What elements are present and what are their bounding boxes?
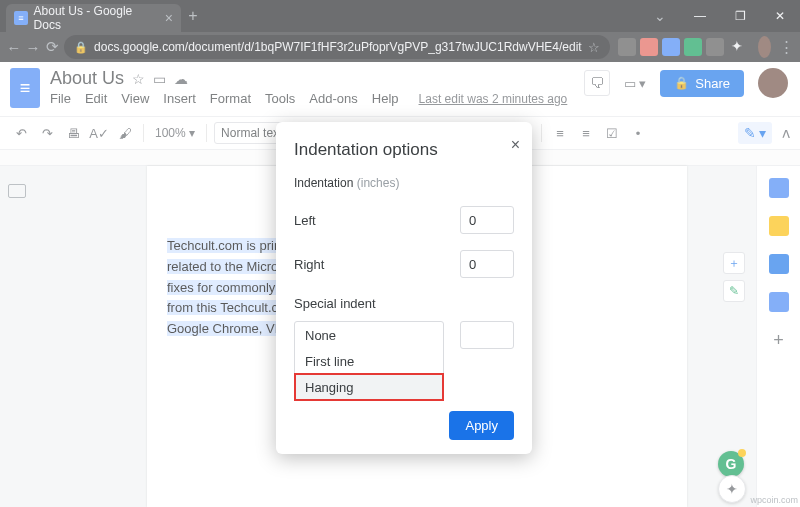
special-indent-value-input[interactable] [460,321,514,349]
dialog-title: Indentation options [294,140,514,160]
special-indent-dropdown[interactable]: None First line Hanging [294,321,444,401]
option-first-line[interactable]: First line [295,348,443,374]
special-indent-label: Special indent [294,296,514,311]
right-indent-input[interactable]: 0 [460,250,514,278]
left-indent-input[interactable]: 0 [460,206,514,234]
option-none[interactable]: None [295,322,443,348]
left-indent-label: Left [294,213,316,228]
indentation-options-dialog: × Indentation options Indentation (inche… [276,122,532,454]
indentation-unit-hint: (inches) [357,176,400,190]
close-icon[interactable]: × [511,136,520,154]
apply-button[interactable]: Apply [449,411,514,440]
indentation-label: Indentation [294,176,353,190]
right-indent-label: Right [294,257,324,272]
option-hanging[interactable]: Hanging [295,374,443,400]
